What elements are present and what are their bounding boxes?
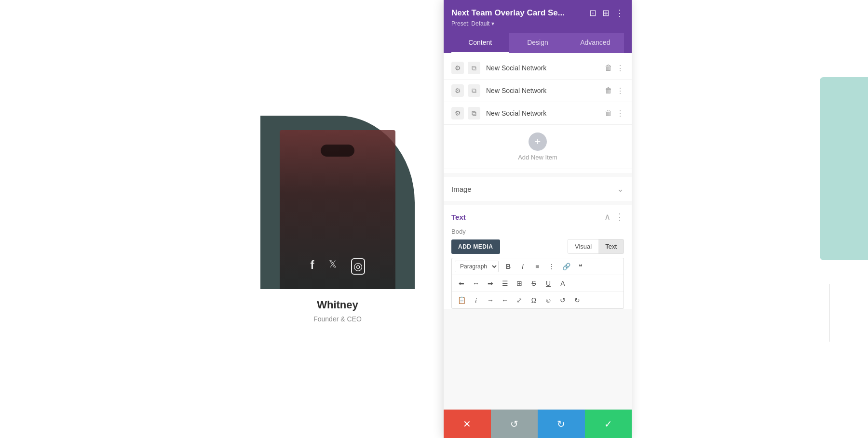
more-icon[interactable]: ⋮ xyxy=(615,8,624,18)
text-more-icon[interactable]: ⋮ xyxy=(615,212,624,222)
add-new-item-btn[interactable]: + Add New Item xyxy=(444,125,632,169)
table-btn[interactable]: ⊞ xyxy=(513,277,526,290)
item-left-icons-2: ⚙ ⧉ xyxy=(451,84,480,97)
expand-btn[interactable]: ⤢ xyxy=(513,294,526,306)
item-delete-btn-2[interactable]: 🗑 xyxy=(605,86,612,95)
card-info-whitney: Whitney Founder & CEO xyxy=(313,299,362,323)
white-shirt-preview xyxy=(829,284,868,342)
strikethrough-btn[interactable]: S xyxy=(527,277,541,290)
text-section-title: Text xyxy=(451,213,466,221)
responsive-icon[interactable]: ⊡ xyxy=(589,8,597,18)
add-new-item-label: Add New Item xyxy=(518,154,557,161)
align-right-btn[interactable]: ➡ xyxy=(484,277,497,290)
social-item-row-3: ⚙ ⧉ New Social Network 🗑 ⋮ xyxy=(444,102,632,125)
panel-header-icons: ⊡ ⊞ ⋮ xyxy=(589,8,624,18)
italic2-btn[interactable]: 𝑖 xyxy=(469,294,483,306)
color-btn[interactable]: A xyxy=(556,277,570,290)
underline-btn[interactable]: U xyxy=(542,277,555,290)
text-section-header: Text ∧ ⋮ xyxy=(451,212,624,222)
panel-header: Next Team Overlay Card Se... ⊡ ⊞ ⋮ Prese… xyxy=(444,0,632,53)
paragraph-select[interactable]: Paragraph Heading 1 Heading 2 xyxy=(455,261,499,272)
editor-toolbar: Paragraph Heading 1 Heading 2 B I ≡ ⋮ 🔗 … xyxy=(451,258,624,309)
social-item-row-2: ⚙ ⧉ New Social Network 🗑 ⋮ xyxy=(444,80,632,102)
align-left-btn[interactable]: ⬅ xyxy=(455,277,468,290)
image-section: Image ⌄ xyxy=(444,177,632,201)
cancel-btn[interactable]: ✕ xyxy=(444,410,491,438)
item-settings-btn-2[interactable]: ⚙ xyxy=(451,84,464,97)
tab-text[interactable]: Text xyxy=(598,239,624,253)
redo-toolbar-btn[interactable]: ↻ xyxy=(570,294,584,306)
card-title-whitney: Founder & CEO xyxy=(313,315,362,323)
editor-top-bar: ADD MEDIA Visual Text xyxy=(451,239,624,254)
tab-advanced[interactable]: Advanced xyxy=(567,33,624,53)
social-item-label-2: New Social Network xyxy=(486,87,605,94)
tab-visual[interactable]: Visual xyxy=(568,239,598,253)
canvas-area: f 𝕏 ◎ Whitney Founder & CEO Alicia Devel… xyxy=(0,0,868,438)
instagram-icon: ◎ xyxy=(351,258,365,275)
toolbar-row-2: ⬅ ↔ ➡ ☰ ⊞ S U A xyxy=(452,275,624,292)
body-label: Body xyxy=(451,228,624,235)
add-circle-icon: + xyxy=(529,133,547,151)
item-right-icons-1: 🗑 ⋮ xyxy=(605,64,624,73)
card-name-whitney: Whitney xyxy=(313,299,362,311)
align-justify-btn[interactable]: ☰ xyxy=(498,277,512,290)
panel-title: Next Team Overlay Card Se... xyxy=(451,8,565,18)
link-btn[interactable]: 🔗 xyxy=(559,260,573,273)
social-item-row-1: ⚙ ⧉ New Social Network 🗑 ⋮ xyxy=(444,57,632,80)
item-delete-btn-1[interactable]: 🗑 xyxy=(605,64,612,72)
item-settings-btn-1[interactable]: ⚙ xyxy=(451,62,464,74)
emoji-btn[interactable]: ☺ xyxy=(542,294,555,306)
item-more-btn-2[interactable]: ⋮ xyxy=(616,86,624,95)
text-section: Text ∧ ⋮ Body ADD MEDIA Visual Text xyxy=(444,205,632,309)
twitter-icon: 𝕏 xyxy=(329,258,337,275)
undo-btn[interactable]: ↺ xyxy=(491,410,538,438)
save-btn[interactable]: ✓ xyxy=(585,410,632,438)
tab-content[interactable]: Content xyxy=(451,33,509,53)
item-duplicate-btn-2[interactable]: ⧉ xyxy=(468,84,480,97)
social-icons-whitney: f 𝕏 ◎ xyxy=(260,258,415,275)
social-item-label-1: New Social Network xyxy=(486,64,605,72)
item-more-btn-3[interactable]: ⋮ xyxy=(616,109,624,118)
text-collapse-icon[interactable]: ∧ xyxy=(604,212,610,222)
item-more-btn-1[interactable]: ⋮ xyxy=(616,64,624,73)
item-left-icons-3: ⚙ ⧉ xyxy=(451,107,480,119)
settings-panel: Next Team Overlay Card Se... ⊡ ⊞ ⋮ Prese… xyxy=(444,0,632,438)
sunglasses xyxy=(321,145,354,157)
item-right-icons-2: 🗑 ⋮ xyxy=(605,86,624,95)
item-left-icons-1: ⚙ ⧉ xyxy=(451,62,480,74)
italic-btn[interactable]: I xyxy=(516,260,529,273)
indent-btn[interactable]: → xyxy=(484,294,497,306)
card-image-whitney: f 𝕏 ◎ xyxy=(260,116,415,289)
omega-btn[interactable]: Ω xyxy=(527,294,541,306)
ul-btn[interactable]: ≡ xyxy=(530,260,544,273)
item-duplicate-btn-1[interactable]: ⧉ xyxy=(468,62,480,74)
facebook-icon: f xyxy=(311,258,314,275)
item-settings-btn-3[interactable]: ⚙ xyxy=(451,107,464,119)
bold-btn[interactable]: B xyxy=(502,260,515,273)
teal-preview-card xyxy=(820,77,868,260)
panel-footer: ✕ ↺ ↻ ✓ xyxy=(444,409,632,438)
paste-btn[interactable]: 📋 xyxy=(455,294,468,306)
team-card-whitney: f 𝕏 ◎ Whitney Founder & CEO xyxy=(260,116,415,323)
panel-tabs: Content Design Advanced xyxy=(451,33,624,53)
text-section-icons: ∧ ⋮ xyxy=(604,212,624,222)
quote-btn[interactable]: ❝ xyxy=(574,260,587,273)
item-right-icons-3: 🗑 ⋮ xyxy=(605,109,624,118)
item-duplicate-btn-3[interactable]: ⧉ xyxy=(468,107,480,119)
panel-body: ⚙ ⧉ New Social Network 🗑 ⋮ ⚙ ⧉ New Socia… xyxy=(444,53,632,409)
item-delete-btn-3[interactable]: 🗑 xyxy=(605,109,612,118)
social-items-list: ⚙ ⧉ New Social Network 🗑 ⋮ ⚙ ⧉ New Socia… xyxy=(444,53,632,173)
columns-icon[interactable]: ⊞ xyxy=(602,8,610,18)
tab-design[interactable]: Design xyxy=(509,33,566,53)
add-media-btn[interactable]: ADD MEDIA xyxy=(451,239,500,254)
undo-toolbar-btn[interactable]: ↺ xyxy=(556,294,570,306)
align-center-btn[interactable]: ↔ xyxy=(469,277,483,290)
redo-btn[interactable]: ↻ xyxy=(538,410,585,438)
image-section-title: Image xyxy=(451,185,472,193)
toolbar-row-3: 📋 𝑖 → ← ⤢ Ω ☺ ↺ ↻ xyxy=(452,292,624,308)
ol-btn[interactable]: ⋮ xyxy=(545,260,558,273)
panel-preset[interactable]: Preset: Default ▾ xyxy=(451,20,624,27)
image-chevron-icon: ⌄ xyxy=(617,184,624,194)
image-section-header[interactable]: Image ⌄ xyxy=(451,184,624,194)
outdent-btn[interactable]: ← xyxy=(498,294,512,306)
